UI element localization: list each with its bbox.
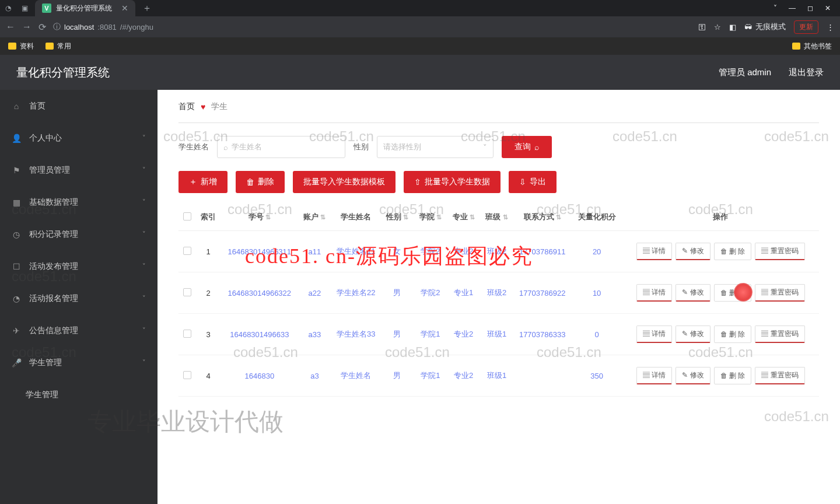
cell-account: a22 — [298, 272, 331, 314]
bookmark-folder[interactable]: 常用 — [46, 41, 71, 51]
row-checkbox[interactable] — [183, 247, 191, 255]
edit-button[interactable]: ✎ 修改 — [676, 367, 710, 384]
col-sno[interactable]: 学号 — [221, 204, 298, 231]
col-college[interactable]: 学院 — [414, 204, 447, 231]
extension-icon[interactable]: ◧ — [729, 23, 736, 32]
sidebar-item[interactable]: 🎤学生管理˅ — [0, 346, 158, 379]
col-ops: 操作 — [622, 204, 819, 231]
menu-icon: 👤 — [12, 134, 21, 143]
cell-account: a33 — [298, 314, 331, 355]
update-button[interactable]: 更新 — [794, 20, 818, 34]
folder-icon — [46, 43, 54, 50]
upload-icon: ⇧ — [414, 177, 421, 187]
export-button[interactable]: ⇩导出 — [509, 171, 556, 193]
app-title: 量化积分管理系统 — [16, 65, 110, 80]
sidebar-item-label: 管理员管理 — [29, 165, 70, 176]
url-host: localhost — [64, 23, 94, 32]
reset-password-button[interactable]: ▤ 重置密码 — [755, 326, 804, 343]
heart-icon: ♥ — [201, 102, 205, 111]
sidebar-item[interactable]: 学生管理 — [0, 379, 158, 411]
menu-icon: 🎤 — [12, 358, 21, 368]
cell-index: 3 — [196, 314, 221, 355]
sidebar-item[interactable]: ◔活动报名管理˅ — [0, 282, 158, 314]
reload-icon[interactable]: ⟳ — [38, 22, 46, 33]
row-checkbox[interactable] — [183, 330, 191, 338]
cell-score: 20 — [571, 231, 622, 272]
edit-button[interactable]: ✎ 修改 — [676, 284, 710, 302]
col-major[interactable]: 专业 — [447, 204, 480, 231]
forward-icon[interactable]: → — [22, 22, 32, 32]
menu-icon[interactable]: ⋮ — [827, 23, 834, 32]
cell-index: 1 — [196, 231, 221, 272]
row-checkbox[interactable] — [183, 371, 191, 379]
template-button[interactable]: 批量导入学生数据模板 — [293, 171, 396, 193]
bookmark-folder[interactable]: 资料 — [8, 41, 34, 51]
select-all-checkbox[interactable] — [183, 212, 191, 220]
sidebar-item[interactable]: ⚑管理员管理˅ — [0, 154, 158, 186]
search-bar: 学生姓名 ⌕ 学生姓名 性别 请选择性别 ˅ 查询 ⌕ — [178, 136, 819, 158]
delete-row-button[interactable]: 🗑 删 除 — [714, 243, 752, 260]
gender-select[interactable]: 请选择性别 ˅ — [377, 136, 494, 158]
sidebar-item-label: 积分记录管理 — [29, 229, 78, 240]
sidebar-item[interactable]: ✈公告信息管理˅ — [0, 314, 158, 346]
name-input[interactable]: ⌕ 学生姓名 — [217, 136, 345, 158]
chevron-down-icon[interactable]: ˅ — [774, 4, 777, 12]
sidebar-item-label: 公告信息管理 — [29, 326, 78, 336]
chevron-down-icon: ˅ — [483, 143, 487, 152]
edit-button[interactable]: ✎ 修改 — [676, 243, 710, 260]
detail-button[interactable]: ▤ 详情 — [636, 243, 672, 260]
close-icon[interactable]: ✕ — [121, 4, 128, 13]
close-window-icon[interactable]: ✕ — [825, 4, 831, 12]
cell-gender: 男 — [380, 314, 414, 355]
add-button[interactable]: ＋新增 — [178, 171, 228, 193]
delete-row-button[interactable]: 🗑 删 除 — [714, 284, 752, 302]
detail-button[interactable]: ▤ 详情 — [636, 367, 672, 384]
current-user[interactable]: 管理员 admin — [719, 67, 771, 78]
reset-password-button[interactable]: ▤ 重置密码 — [755, 284, 804, 302]
url-field[interactable]: ⓘ localhost:8081/#/yonghu — [53, 22, 153, 32]
breadcrumb-home[interactable]: 首页 — [178, 102, 195, 112]
sidebar-item[interactable]: 👤个人中心˅ — [0, 122, 158, 154]
cell-sno: 1646830149​6633 — [221, 314, 298, 355]
delete-row-button[interactable]: 🗑 删 除 — [714, 326, 752, 343]
cell-class: 班级1 — [480, 355, 513, 397]
window-menu-icon[interactable]: ◔ — [0, 0, 16, 16]
back-icon[interactable]: ← — [6, 22, 15, 32]
delete-button[interactable]: 🗑删除 — [236, 171, 285, 193]
key-icon[interactable]: ⚿ — [698, 23, 706, 32]
col-phone[interactable]: 联系方式 — [513, 204, 571, 231]
delete-row-button[interactable]: 🗑 删 除 — [714, 367, 752, 384]
logout-link[interactable]: 退出登录 — [789, 67, 824, 78]
cell-account: a11 — [298, 231, 331, 272]
sidebar-item-label: 学生管理 — [29, 358, 62, 368]
col-name[interactable]: 学生姓名 — [331, 204, 381, 231]
reset-password-button[interactable]: ▤ 重置密码 — [755, 243, 804, 260]
cell-name: 学生姓名22 — [331, 272, 381, 314]
row-checkbox[interactable] — [183, 288, 191, 296]
import-button[interactable]: ⇧批量导入学生数据 — [404, 171, 501, 193]
other-bookmarks[interactable]: 其他书签 — [792, 41, 832, 51]
search-icon: ⌕ — [534, 142, 539, 152]
edit-button[interactable]: ✎ 修改 — [676, 326, 710, 343]
cell-gender: 女 — [380, 231, 414, 272]
col-account[interactable]: 账户 — [298, 204, 331, 231]
col-score[interactable]: 关量化积分 — [571, 204, 622, 231]
detail-button[interactable]: ▤ 详情 — [636, 284, 672, 302]
sidebar-item[interactable]: ⌂首页 — [0, 90, 158, 122]
reset-password-button[interactable]: ▤ 重置密码 — [755, 367, 804, 384]
browser-address-bar: ← → ⟳ ⓘ localhost:8081/#/yonghu ⚿ ☆ ◧ 🕶 … — [0, 16, 840, 37]
sidebar-item[interactable]: ▦基础数据管理˅ — [0, 186, 158, 218]
cell-index: 2 — [196, 272, 221, 314]
col-gender[interactable]: 性别 — [380, 204, 414, 231]
star-icon[interactable]: ☆ — [714, 23, 721, 32]
col-class[interactable]: 班级 — [480, 204, 513, 231]
maximize-icon[interactable]: ◻ — [807, 4, 813, 12]
sidebar-item[interactable]: ◷积分记录管理˅ — [0, 218, 158, 250]
new-tab-button[interactable]: ＋ — [142, 2, 152, 15]
sidebar-item[interactable]: ☐活动发布管理˅ — [0, 250, 158, 282]
browser-tab[interactable]: V 量化积分管理系统 ✕ — [35, 0, 135, 16]
detail-button[interactable]: ▤ 详情 — [636, 326, 672, 343]
query-button[interactable]: 查询 ⌕ — [502, 136, 552, 158]
minimize-icon[interactable]: — — [789, 4, 796, 12]
window-restore-icon[interactable]: ▣ — [16, 0, 33, 16]
